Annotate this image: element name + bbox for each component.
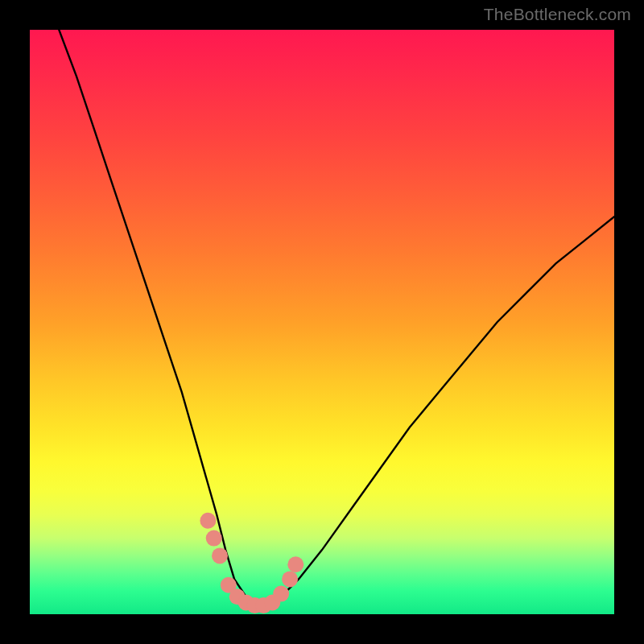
highlight-dot	[273, 586, 289, 602]
highlight-dot	[212, 547, 228, 564]
chart-frame: TheBottleneck.com	[0, 0, 644, 644]
highlight-dots	[200, 513, 303, 613]
watermark-text: TheBottleneck.com	[484, 5, 631, 24]
curve-layer	[30, 30, 614, 614]
highlight-dot	[287, 556, 303, 572]
highlight-dot	[200, 513, 216, 529]
highlight-dot	[206, 530, 222, 547]
plot-area	[30, 30, 614, 614]
highlight-dot	[282, 571, 298, 587]
bottleneck-curve	[59, 30, 614, 609]
